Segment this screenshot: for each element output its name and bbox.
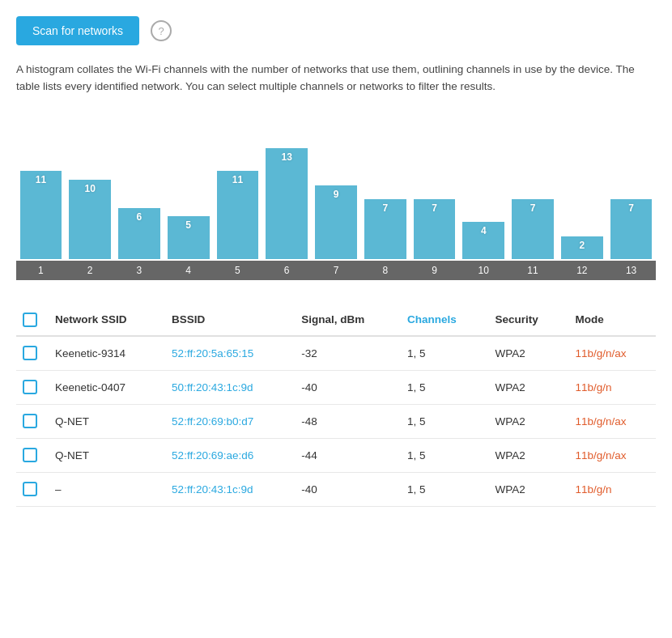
bar-col-ch12[interactable]: 2 12 (557, 236, 606, 280)
bar-wrapper: 9 (312, 185, 361, 259)
row-ssid-0: Keenetic-9314 (45, 336, 162, 371)
col-header-security: Security (486, 304, 566, 336)
row-channels-1: 1, 5 (398, 370, 486, 404)
bar-col-ch9[interactable]: 7 9 (410, 199, 459, 280)
row-checkbox-cell-3[interactable] (16, 438, 45, 472)
row-checkbox-2[interactable] (23, 414, 37, 428)
bar-value-ch5: 11 (232, 171, 243, 185)
wifi-channel-histogram: 11 1 10 2 6 3 5 4 (16, 118, 656, 280)
bar-axis-ch12: 12 (557, 261, 606, 280)
row-bssid-2: 52:ff:20:69:b0:d7 (162, 404, 291, 438)
bar-axis-ch6: 6 (262, 261, 312, 280)
bar-ch10: 4 (462, 222, 504, 259)
select-all-checkbox[interactable] (23, 313, 37, 327)
bar-axis-ch7: 7 (312, 261, 361, 280)
bar-value-ch10: 4 (481, 222, 487, 236)
bar-ch3: 6 (118, 208, 160, 259)
row-bssid-4: 52:ff:20:43:1c:9d (162, 472, 291, 506)
bar-ch9: 7 (414, 199, 456, 259)
bar-axis-ch5: 5 (213, 261, 262, 280)
bar-wrapper: 7 (508, 199, 558, 259)
row-security-4: WPA2 (486, 472, 566, 506)
row-signal-1: -40 (291, 370, 398, 404)
bar-wrapper: 7 (606, 199, 656, 259)
col-header-mode: Mode (565, 304, 656, 336)
bar-col-ch10[interactable]: 4 10 (459, 222, 508, 280)
bar-value-ch13: 7 (628, 199, 634, 214)
row-ssid-3: Q-NET (45, 438, 162, 472)
help-icon[interactable]: ? (151, 20, 172, 41)
row-checkbox-cell-1[interactable] (16, 370, 45, 404)
row-checkbox-cell-2[interactable] (16, 404, 45, 438)
bar-col-ch13[interactable]: 7 13 (606, 199, 656, 280)
bar-value-ch3: 6 (137, 208, 142, 223)
bar-wrapper: 7 (410, 199, 459, 259)
row-channels-3: 1, 5 (398, 438, 486, 472)
bar-wrapper: 10 (66, 180, 115, 259)
scan-networks-button[interactable]: Scan for networks (16, 16, 139, 45)
row-security-0: WPA2 (486, 336, 566, 371)
bar-col-ch3[interactable]: 6 3 (115, 208, 164, 280)
bar-col-ch6[interactable]: 13 6 (262, 148, 312, 280)
bar-value-ch7: 9 (334, 185, 339, 200)
row-mode-4: 11b/g/n (565, 472, 656, 506)
select-all-header[interactable] (16, 304, 45, 336)
row-channels-2: 1, 5 (398, 404, 486, 438)
bar-col-ch7[interactable]: 9 7 (312, 185, 361, 280)
row-checkbox-0[interactable] (23, 346, 37, 360)
row-mode-3: 11b/g/n/ax (565, 438, 656, 472)
bar-col-ch4[interactable]: 5 4 (164, 216, 213, 280)
bar-value-ch1: 11 (36, 171, 46, 185)
bar-axis-ch1: 1 (16, 261, 66, 280)
row-checkbox-3[interactable] (23, 448, 37, 462)
row-ssid-4: – (45, 472, 162, 506)
row-bssid-1: 50:ff:20:43:1c:9d (162, 370, 291, 404)
row-security-3: WPA2 (486, 438, 566, 472)
bar-col-ch8[interactable]: 7 8 (360, 199, 410, 280)
bar-ch7: 9 (315, 185, 357, 259)
bar-ch8: 7 (364, 199, 406, 259)
bar-axis-ch4: 4 (164, 261, 213, 280)
bar-axis-ch10: 10 (459, 261, 508, 280)
row-security-1: WPA2 (486, 370, 566, 404)
row-mode-2: 11b/g/n/ax (565, 404, 656, 438)
row-mode-1: 11b/g/n (565, 370, 656, 404)
bar-col-ch1[interactable]: 11 1 (16, 171, 66, 280)
table-row: – 52:ff:20:43:1c:9d -40 1, 5 WPA2 11b/g/… (16, 472, 656, 506)
network-table: Network SSID BSSID Signal, dBm Channels … (16, 304, 656, 507)
bar-value-ch9: 7 (432, 199, 437, 214)
bar-wrapper: 4 (459, 222, 508, 259)
bar-ch1: 11 (20, 171, 62, 259)
bar-value-ch11: 7 (530, 199, 536, 214)
histogram-bars: 11 1 10 2 6 3 5 4 (16, 118, 656, 280)
row-checkbox-cell-0[interactable] (16, 336, 45, 371)
bar-wrapper: 2 (557, 236, 606, 259)
row-checkbox-cell-4[interactable] (16, 472, 45, 506)
row-ssid-1: Keenetic-0407 (45, 370, 162, 404)
bar-col-ch2[interactable]: 10 2 (66, 180, 115, 280)
bar-axis-ch2: 2 (66, 261, 115, 280)
bar-value-ch8: 7 (382, 199, 388, 214)
header: Scan for networks ? (16, 16, 656, 45)
bar-wrapper: 11 (16, 171, 66, 259)
bar-value-ch12: 2 (579, 236, 585, 251)
row-bssid-3: 52:ff:20:69:ae:d6 (162, 438, 291, 472)
row-checkbox-4[interactable] (23, 482, 37, 496)
bar-value-ch2: 10 (84, 180, 95, 194)
row-ssid-2: Q-NET (45, 404, 162, 438)
bar-axis-ch11: 11 (508, 261, 558, 280)
bar-wrapper: 13 (262, 148, 312, 259)
bar-col-ch5[interactable]: 11 5 (213, 171, 262, 280)
network-table-body: Keenetic-9314 52:ff:20:5a:65:15 -32 1, 5… (16, 336, 656, 507)
row-signal-4: -40 (291, 472, 398, 506)
bar-col-ch11[interactable]: 7 11 (508, 199, 558, 280)
row-bssid-0: 52:ff:20:5a:65:15 (162, 336, 291, 371)
bar-axis-ch9: 9 (410, 261, 459, 280)
row-channels-0: 1, 5 (398, 336, 486, 371)
bar-ch4: 5 (168, 216, 210, 259)
row-checkbox-1[interactable] (23, 380, 37, 394)
row-mode-0: 11b/g/n/ax (565, 336, 656, 371)
bar-ch11: 7 (512, 199, 554, 259)
row-security-2: WPA2 (486, 404, 566, 438)
bar-wrapper: 6 (115, 208, 164, 259)
